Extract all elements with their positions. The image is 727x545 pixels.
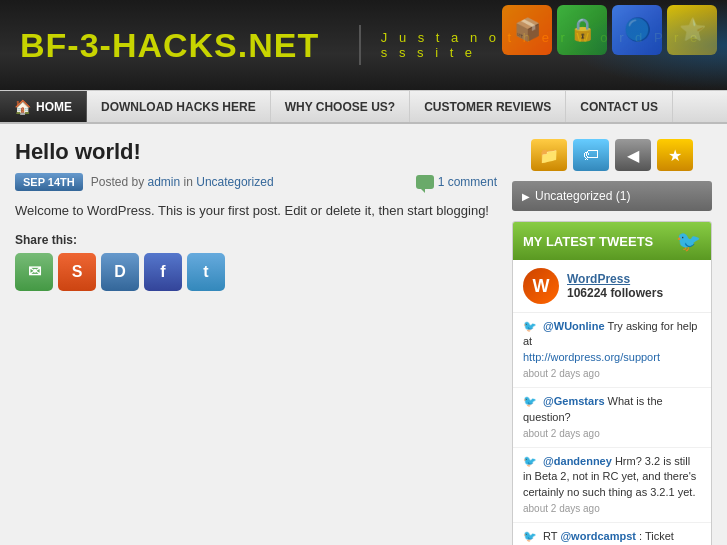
site-title: BF-3-HACKS.NET bbox=[20, 26, 319, 65]
tweet-item-1: 🐦 @WUonline Try asking for help at http:… bbox=[513, 313, 711, 388]
site-title-suffix: -HACKS.NET bbox=[100, 26, 320, 64]
header-icon-yellow: ⭐ bbox=[667, 5, 717, 55]
tweet-time-3: about 2 days ago bbox=[523, 502, 701, 516]
sidebar-icon-row: 📁 🏷 ◀ ★ bbox=[512, 139, 712, 171]
site-header: BF-3-HACKS.NET J u s t a n o t h e r W o… bbox=[0, 0, 727, 90]
category-arrow-icon: ▶ bbox=[522, 191, 530, 202]
share-email-button[interactable]: ✉ bbox=[15, 253, 53, 291]
tweets-header: MY LATEST TWEETS 🐦 bbox=[513, 222, 711, 260]
tweet-bird-icon-4: 🐦 bbox=[523, 530, 537, 542]
wp-info: WordPress 106224 followers bbox=[567, 272, 663, 300]
nav-download-label: DOWNLOAD HACKS HERE bbox=[101, 100, 256, 114]
tweet-item-4: 🐦 RT @wordcampst : Ticket sales are now bbox=[513, 523, 711, 545]
tweet-text-rt: RT bbox=[543, 530, 560, 542]
tweet-user-2[interactable]: @Gemstars bbox=[543, 395, 604, 407]
site-title-prefix: BF- bbox=[20, 26, 80, 64]
header-icon-orange: 📦 bbox=[502, 5, 552, 55]
share-icons: ✉ S D f t bbox=[15, 253, 497, 291]
sidebar-star-icon[interactable]: ★ bbox=[657, 139, 693, 171]
nav-why-label: WHY CHOOSE US? bbox=[285, 100, 395, 114]
share-digg-button[interactable]: D bbox=[101, 253, 139, 291]
share-label: Share this: bbox=[15, 233, 497, 247]
post-body: Welcome to WordPress. This is your first… bbox=[15, 201, 497, 221]
post-category-link[interactable]: Uncategorized bbox=[196, 175, 273, 189]
tweet-user-3[interactable]: @dandenney bbox=[543, 455, 612, 467]
post-meta: SEP 14TH Posted by admin in Uncategorize… bbox=[15, 173, 497, 191]
header-icon-blue: 🔵 bbox=[612, 5, 662, 55]
twitter-bird-icon: 🐦 bbox=[676, 229, 701, 253]
site-title-number: 3 bbox=[80, 26, 100, 64]
comment-bubble: 1 comment bbox=[416, 175, 497, 189]
tweet-time-1: about 2 days ago bbox=[523, 367, 701, 381]
main-content: Hello world! SEP 14TH Posted by admin in… bbox=[0, 124, 727, 545]
sidebar: 📁 🏷 ◀ ★ ▶ Uncategorized (1) MY LATEST TW… bbox=[512, 139, 712, 545]
nav-item-contact[interactable]: CONTACT US bbox=[566, 91, 673, 122]
header-icon-green: 🔒 bbox=[557, 5, 607, 55]
tweet-time-2: about 2 days ago bbox=[523, 427, 701, 441]
nav-item-reviews[interactable]: CUSTOMER REVIEWS bbox=[410, 91, 566, 122]
nav-home-label: HOME bbox=[36, 100, 72, 114]
share-facebook-button[interactable]: f bbox=[144, 253, 182, 291]
sidebar-prev-icon[interactable]: ◀ bbox=[615, 139, 651, 171]
wordpress-logo: W bbox=[523, 268, 559, 304]
post-meta-text: Posted by admin in Uncategorized bbox=[91, 175, 274, 189]
nav-item-why[interactable]: WHY CHOOSE US? bbox=[271, 91, 410, 122]
share-twitter-button[interactable]: t bbox=[187, 253, 225, 291]
share-stumbleupon-button[interactable]: S bbox=[58, 253, 96, 291]
tweet-user-4[interactable]: @wordcampst bbox=[560, 530, 636, 542]
sidebar-category-label: Uncategorized (1) bbox=[535, 189, 630, 203]
nav-contact-label: CONTACT US bbox=[580, 100, 658, 114]
tweet-item-2: 🐦 @Gemstars What is the question? about … bbox=[513, 388, 711, 448]
tweet-user-1[interactable]: @WUonline bbox=[543, 320, 604, 332]
home-icon: 🏠 bbox=[14, 99, 31, 115]
wp-followers: 106224 followers bbox=[567, 286, 663, 300]
nav-item-home[interactable]: 🏠 HOME bbox=[0, 91, 87, 122]
comment-link[interactable]: 1 comment bbox=[438, 175, 497, 189]
sidebar-folder-icon[interactable]: 📁 bbox=[531, 139, 567, 171]
tweet-bird-icon-1: 🐦 bbox=[523, 320, 537, 332]
post-date: SEP 14TH bbox=[15, 173, 83, 191]
nav-item-download[interactable]: DOWNLOAD HACKS HERE bbox=[87, 91, 271, 122]
tweets-header-label: MY LATEST TWEETS bbox=[523, 234, 653, 249]
main-nav: 🏠 HOME DOWNLOAD HACKS HERE WHY CHOOSE US… bbox=[0, 90, 727, 124]
comment-bubble-icon bbox=[416, 175, 434, 189]
post-content: Hello world! SEP 14TH Posted by admin in… bbox=[15, 139, 497, 545]
header-icons: 📦 🔒 🔵 ⭐ bbox=[502, 5, 717, 55]
tweet-bird-icon-3: 🐦 bbox=[523, 455, 537, 467]
sidebar-tweets-widget: MY LATEST TWEETS 🐦 W WordPress 106224 fo… bbox=[512, 221, 712, 545]
sidebar-tag-icon[interactable]: 🏷 bbox=[573, 139, 609, 171]
post-title: Hello world! bbox=[15, 139, 497, 165]
nav-reviews-label: CUSTOMER REVIEWS bbox=[424, 100, 551, 114]
tweet-bird-icon-2: 🐦 bbox=[523, 395, 537, 407]
tweet-item-3: 🐦 @dandenney Hrm? 3.2 is still in Beta 2… bbox=[513, 448, 711, 523]
header-divider bbox=[359, 25, 361, 65]
wp-name[interactable]: WordPress bbox=[567, 272, 663, 286]
sidebar-category-item[interactable]: ▶ Uncategorized (1) bbox=[512, 181, 712, 211]
tweets-wp-profile: W WordPress 106224 followers bbox=[513, 260, 711, 313]
post-author-link[interactable]: admin bbox=[148, 175, 181, 189]
tweet-link-1[interactable]: http://wordpress.org/support bbox=[523, 350, 701, 365]
